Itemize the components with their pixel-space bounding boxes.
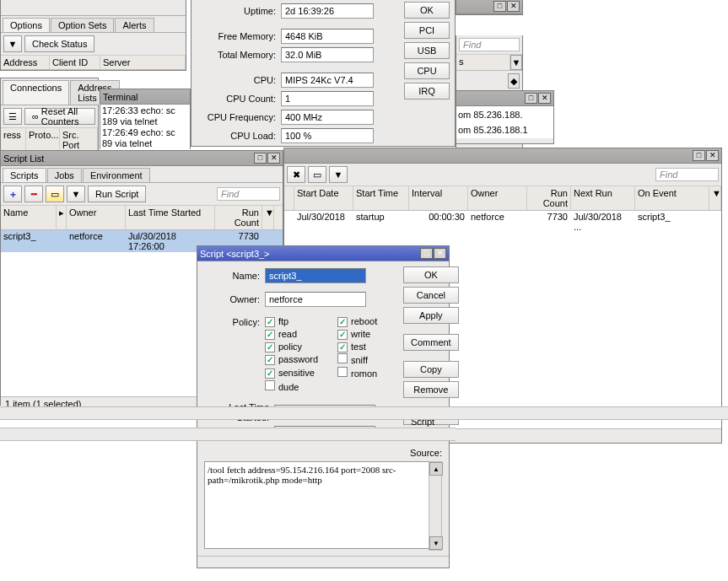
close-button[interactable] — [706, 150, 719, 161]
cancel-button[interactable]: Cancel — [403, 287, 459, 304]
col-sort[interactable]: ▸ — [57, 206, 67, 229]
col-menu[interactable]: ▼ — [709, 186, 721, 210]
col-run-count[interactable]: Run Count — [215, 206, 262, 229]
chk-romon[interactable]: romon — [337, 367, 396, 380]
col-next-run[interactable]: Next Run — [571, 186, 635, 210]
col-src-port[interactable]: Src. Port — [60, 128, 98, 152]
col-run-count[interactable]: Run Count — [527, 186, 571, 210]
tab-connections[interactable]: Connections — [3, 80, 69, 105]
col-start-time[interactable]: Start Time — [353, 186, 409, 210]
ok-button[interactable]: OK — [403, 266, 459, 283]
chk-sensitive[interactable]: sensitive — [265, 367, 337, 380]
col-last-started[interactable]: Last Time Started — [126, 206, 215, 229]
add-button[interactable]: ＋ — [3, 186, 22, 202]
script-list-title: Script List — [3, 153, 44, 164]
schedule-row[interactable]: Jul/30/2018 startup 00:00:30 netforce 77… — [284, 211, 721, 233]
add-icon[interactable]: ◆ — [508, 73, 520, 89]
free-mem-label: Free Memory: — [197, 31, 281, 41]
funnel-icon[interactable]: ▼ — [3, 35, 22, 52]
uptime-value: 2d 16:39:26 — [281, 3, 374, 19]
check-status-button[interactable]: Check Status — [24, 35, 94, 52]
col-address[interactable]: Address — [1, 56, 50, 69]
close-button[interactable] — [434, 248, 446, 259]
chk-test[interactable]: test — [337, 341, 396, 353]
comment-button[interactable]: ▭ — [46, 186, 64, 202]
dropdown-icon[interactable]: ▼ — [510, 55, 522, 70]
log-fragment: om 85.236.188. om 85.236.188.1 — [456, 106, 553, 138]
tab-alerts[interactable]: Alerts — [115, 18, 154, 32]
ok-button[interactable]: OK — [404, 2, 450, 19]
maximize-button[interactable] — [254, 153, 267, 164]
chk-password[interactable]: password — [265, 353, 337, 367]
uptime-label: Uptime: — [197, 6, 281, 16]
chk-read[interactable]: read — [265, 328, 337, 341]
name-input[interactable]: script3_ — [265, 268, 366, 283]
find-input[interactable]: Find — [655, 168, 719, 181]
cpu-button[interactable]: CPU — [404, 62, 450, 79]
scroll-down-icon[interactable]: ▼ — [429, 536, 443, 550]
remove-button[interactable]: Remove — [403, 381, 459, 398]
chk-write[interactable]: write — [337, 328, 396, 341]
cpu-freq-label: CPU Frequency: — [197, 112, 281, 122]
cpu-load-label: CPU Load: — [197, 131, 281, 141]
source-label: Source: — [197, 448, 449, 461]
bottom-bar-1 — [0, 406, 728, 420]
maximize-button[interactable] — [420, 248, 433, 259]
close-button[interactable] — [267, 153, 280, 164]
reset-counters-button[interactable]: ∞Reset All Counters — [24, 108, 95, 125]
total-mem-value: 32.0 MiB — [281, 47, 374, 62]
find-input[interactable]: Find — [217, 187, 280, 201]
bottom-bar-2 — [0, 428, 456, 441]
remove-button[interactable]: ━ — [24, 186, 43, 202]
chk-ftp[interactable]: ftp — [265, 315, 337, 328]
disable-icon[interactable]: ✖ — [287, 166, 305, 183]
col-on-event[interactable]: On Event — [635, 186, 709, 210]
cpu-count-label: CPU Count: — [197, 94, 281, 104]
col-menu[interactable]: ▼ — [262, 206, 274, 229]
pci-button[interactable]: PCI — [404, 22, 450, 39]
copy-button[interactable]: Copy — [403, 361, 459, 378]
col-ress[interactable]: ress — [1, 128, 26, 152]
comment-icon[interactable]: ▭ — [308, 166, 326, 183]
col-start-date[interactable]: Start Date — [294, 186, 353, 210]
irq-button[interactable]: IRQ — [404, 83, 450, 100]
filter-button[interactable]: ▼ — [67, 186, 85, 202]
rule-icon[interactable]: ☰ — [3, 108, 22, 125]
col-proto[interactable]: Proto... — [26, 128, 60, 152]
chk-policy[interactable]: policy — [265, 341, 337, 353]
tab-jobs[interactable]: Jobs — [47, 168, 82, 182]
run-script-button[interactable]: Run Script — [88, 186, 146, 202]
col-interval[interactable]: Interval — [409, 186, 468, 210]
col-name[interactable]: Name — [1, 206, 57, 229]
tab-options[interactable]: Options — [3, 18, 50, 32]
tab-scripts[interactable]: Scripts — [3, 168, 46, 182]
maximize-button[interactable] — [693, 150, 705, 161]
col-owner[interactable]: Owner — [468, 186, 527, 210]
col-server[interactable]: Server — [100, 56, 186, 69]
col-owner[interactable]: Owner — [67, 206, 126, 229]
cpu-count-value: 1 — [281, 91, 374, 106]
policy-label: Policy: — [202, 315, 265, 327]
filter-icon[interactable]: ▼ — [329, 166, 348, 183]
cpu-freq-value: 400 MHz — [281, 110, 374, 125]
find-input[interactable]: Find — [459, 38, 520, 51]
dialog-status — [197, 556, 449, 568]
comment-button[interactable]: Comment — [403, 334, 459, 351]
col-stub[interactable]: s — [456, 55, 510, 70]
maximize-button[interactable] — [493, 1, 506, 12]
usb-button[interactable]: USB — [404, 42, 450, 59]
col-client[interactable]: Client ID — [50, 56, 100, 69]
close-button[interactable] — [538, 93, 551, 104]
col-flag[interactable] — [284, 186, 294, 210]
source-textarea[interactable] — [204, 461, 442, 549]
tab-environment[interactable]: Environment — [83, 168, 150, 182]
tab-option-sets[interactable]: Option Sets — [51, 18, 114, 32]
maximize-button[interactable] — [525, 93, 537, 104]
apply-button[interactable]: Apply — [403, 307, 459, 324]
chk-sniff[interactable]: sniff — [337, 353, 396, 367]
close-button[interactable] — [507, 1, 520, 12]
terminal-body: 17:26:33 echo: sc 189 via telnet 17:26:4… — [100, 105, 190, 150]
chk-dude[interactable]: dude — [265, 380, 337, 394]
chk-reboot[interactable]: reboot — [337, 315, 396, 328]
scroll-up-icon[interactable]: ▲ — [429, 462, 443, 476]
